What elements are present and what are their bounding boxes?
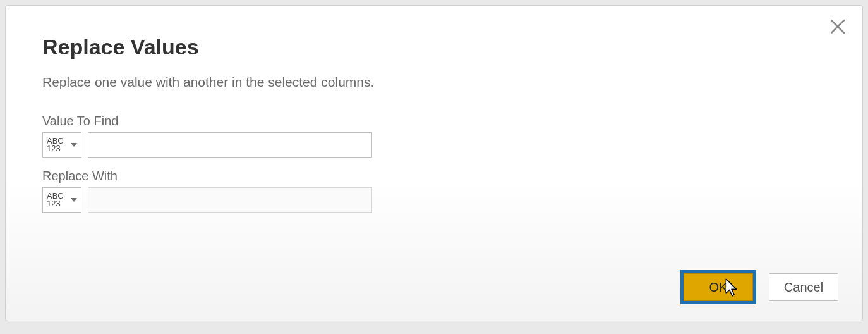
ok-button[interactable]: OK — [684, 273, 753, 301]
dialog-button-row: OK Cancel — [680, 270, 838, 304]
chevron-down-icon — [71, 198, 77, 202]
dialog-subtitle: Replace one value with another in the se… — [42, 75, 826, 90]
value-to-find-row: ABC 123 — [42, 132, 826, 158]
type-picker-text: ABC 123 — [47, 137, 64, 152]
replace-with-label: Replace With — [42, 169, 826, 183]
replace-values-dialog: Replace Values Replace one value with an… — [5, 5, 863, 321]
dialog-title: Replace Values — [42, 35, 826, 59]
type-picker-line2: 123 — [47, 200, 61, 207]
replace-with-type-picker[interactable]: ABC 123 — [42, 187, 81, 213]
replace-with-row: ABC 123 — [42, 187, 826, 213]
type-picker-line2: 123 — [47, 145, 61, 152]
value-to-find-type-picker[interactable]: ABC 123 — [42, 132, 81, 158]
replace-with-group: Replace With ABC 123 — [42, 169, 826, 213]
cancel-button[interactable]: Cancel — [769, 273, 838, 301]
value-to-find-group: Value To Find ABC 123 — [42, 114, 826, 158]
value-to-find-label: Value To Find — [42, 114, 826, 128]
chevron-down-icon — [71, 143, 77, 147]
value-to-find-input[interactable] — [88, 132, 372, 158]
close-icon[interactable] — [828, 17, 847, 36]
replace-with-input[interactable] — [88, 187, 372, 213]
type-picker-text: ABC 123 — [47, 192, 64, 207]
app-stage: Replace Values Replace one value with an… — [0, 0, 868, 334]
ok-button-highlight: OK — [680, 270, 756, 304]
